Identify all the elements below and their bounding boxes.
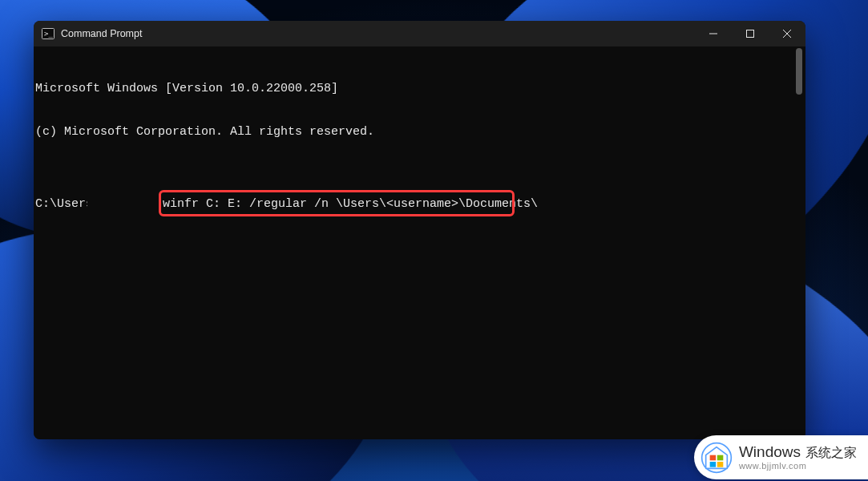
minimize-icon: [709, 30, 717, 38]
command-text: winfr C: E: /regular /n \Users\<username…: [163, 197, 538, 212]
terminal-line: (c) Microsoft Corporation. All rights re…: [34, 125, 805, 139]
svg-text:>_: >_: [44, 30, 53, 38]
svg-rect-10: [717, 462, 724, 467]
close-icon: [783, 30, 791, 38]
minimize-button[interactable]: [695, 21, 732, 46]
titlebar[interactable]: >_ Command Prompt: [34, 21, 805, 46]
maximize-icon: [746, 30, 754, 38]
svg-rect-3: [747, 30, 754, 38]
terminal-line: Microsoft Windows [Version 10.0.22000.25…: [34, 82, 805, 96]
watermark-text: Windows 系统之家 www.bjjmlv.com: [739, 444, 857, 471]
cmd-icon: >_: [42, 27, 55, 40]
windows-house-icon: [700, 442, 733, 474]
window-title: Command Prompt: [61, 28, 142, 39]
prompt-row: C:\Users\ winfr C: E: /regular /n \Users…: [34, 197, 805, 213]
watermark-badge: Windows 系统之家 www.bjjmlv.com: [694, 435, 868, 479]
watermark-brand-cn: 系统之家: [805, 446, 857, 460]
svg-rect-7: [710, 455, 717, 460]
watermark-url: www.bjjmlv.com: [739, 461, 857, 471]
maximize-button[interactable]: [732, 21, 769, 46]
terminal-area[interactable]: Microsoft Windows [Version 10.0.22000.25…: [34, 46, 805, 439]
watermark-brand-en: Windows: [739, 444, 801, 461]
close-button[interactable]: [769, 21, 805, 46]
svg-rect-8: [717, 455, 724, 460]
redacted-username: [88, 197, 157, 211]
scrollbar-thumb[interactable]: [796, 48, 802, 95]
svg-rect-9: [710, 462, 717, 467]
window-controls: [695, 21, 805, 46]
command-prompt-window: >_ Command Prompt Micr: [34, 21, 805, 439]
